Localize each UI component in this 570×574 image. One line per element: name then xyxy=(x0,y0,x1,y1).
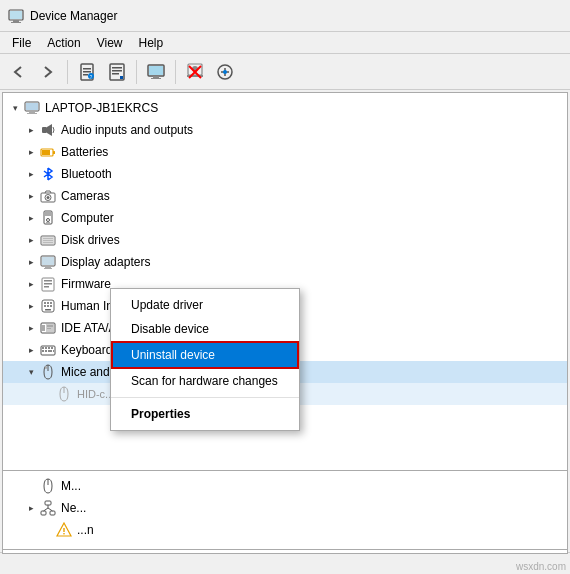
disk-icon xyxy=(39,231,57,249)
menu-help[interactable]: Help xyxy=(131,34,172,52)
svg-text:?: ? xyxy=(90,74,93,80)
status-bar xyxy=(0,552,570,574)
chevron-hid: ▸ xyxy=(23,298,39,314)
tree-label-firmware: Firmware xyxy=(61,277,111,291)
svg-rect-73 xyxy=(51,347,53,349)
ide-icon xyxy=(39,319,57,337)
scan-button[interactable] xyxy=(211,58,239,86)
menu-action[interactable]: Action xyxy=(39,34,88,52)
properties-button[interactable]: ? xyxy=(73,58,101,86)
chevron-keyboards: ▸ xyxy=(23,342,39,358)
chevron-bluetooth: ▸ xyxy=(23,166,39,182)
tree-item-root[interactable]: ▾ LAPTOP-JB1EKRCS xyxy=(3,97,567,119)
mouse2-icon xyxy=(39,477,57,495)
ctx-uninstall-device[interactable]: Uninstall device xyxy=(111,341,299,369)
toolbar: ? xyxy=(0,54,570,90)
tree-label-hid-device: HID-c... xyxy=(77,388,114,400)
back-button[interactable] xyxy=(4,58,32,86)
tree-item-display[interactable]: ▸ Display adapters xyxy=(3,251,567,273)
svg-rect-11 xyxy=(112,67,122,69)
svg-rect-84 xyxy=(50,511,55,515)
tree-item-bluetooth[interactable]: ▸ Bluetooth xyxy=(3,163,567,185)
svg-point-59 xyxy=(50,302,52,304)
properties-icon: ? xyxy=(77,62,97,82)
ctx-disable-device[interactable]: Disable device xyxy=(111,317,299,341)
ctx-separator xyxy=(111,397,299,398)
svg-rect-77 xyxy=(53,350,54,352)
ctx-properties[interactable]: Properties xyxy=(111,402,299,426)
mice-icon xyxy=(39,363,57,381)
tree-label-audio: Audio inputs and outputs xyxy=(61,123,193,137)
svg-rect-51 xyxy=(44,268,52,269)
svg-rect-83 xyxy=(41,511,46,515)
svg-rect-75 xyxy=(45,350,47,352)
title-bar-text: Device Manager xyxy=(30,9,117,23)
svg-line-87 xyxy=(48,508,53,511)
help-button[interactable] xyxy=(103,58,131,86)
svg-rect-67 xyxy=(47,325,53,327)
back-icon xyxy=(8,62,28,82)
tower-icon xyxy=(39,209,57,227)
tree-label-root: LAPTOP-JB1EKRCS xyxy=(45,101,158,115)
svg-rect-79 xyxy=(45,366,47,369)
tree-item-network-warn[interactable]: ...n xyxy=(3,519,567,541)
tree-item-cameras[interactable]: ▸ Cameras xyxy=(3,185,567,207)
svg-rect-35 xyxy=(42,150,50,155)
toolbar-separator-3 xyxy=(175,60,176,84)
ctx-scan-hardware[interactable]: Scan for hardware changes xyxy=(111,369,299,393)
menu-file[interactable]: File xyxy=(4,34,39,52)
monitor-button[interactable] xyxy=(142,58,170,86)
svg-rect-29 xyxy=(26,103,38,110)
chevron-root: ▾ xyxy=(7,100,23,116)
svg-rect-40 xyxy=(45,212,51,216)
tree-label-network-warn: ...n xyxy=(77,523,94,537)
tree-label-disk: Disk drives xyxy=(61,233,120,247)
computer-icon xyxy=(23,99,41,117)
chevron-ide: ▸ xyxy=(23,320,39,336)
svg-rect-14 xyxy=(120,76,123,79)
tree-label-display: Display adapters xyxy=(61,255,150,269)
svg-rect-49 xyxy=(42,257,54,265)
network-icon xyxy=(39,499,57,517)
chevron-cameras: ▸ xyxy=(23,188,39,204)
svg-rect-53 xyxy=(44,280,52,282)
svg-rect-55 xyxy=(44,286,49,288)
tree-label-batteries: Batteries xyxy=(61,145,108,159)
svg-rect-30 xyxy=(29,111,35,113)
firmware-icon xyxy=(39,275,57,293)
uninstall-button[interactable] xyxy=(181,58,209,86)
svg-rect-82 xyxy=(45,501,51,505)
tree-item-computer[interactable]: ▸ Computer xyxy=(3,207,567,229)
ctx-update-driver[interactable]: Update driver xyxy=(111,293,299,317)
svg-point-61 xyxy=(47,305,49,307)
svg-rect-7 xyxy=(83,74,88,76)
tree-item-disk[interactable]: ▸ Disk drives xyxy=(3,229,567,251)
bluetooth-icon xyxy=(39,165,57,183)
tree-item-batteries[interactable]: ▸ Batteries xyxy=(3,141,567,163)
svg-rect-65 xyxy=(42,325,45,331)
mouse-device-icon xyxy=(55,385,73,403)
tree-item-audio[interactable]: ▸ Audio inputs and outputs xyxy=(3,119,567,141)
tree-item-m2[interactable]: M... xyxy=(3,475,567,497)
svg-rect-17 xyxy=(153,76,159,78)
menu-view[interactable]: View xyxy=(89,34,131,52)
svg-point-60 xyxy=(44,305,46,307)
svg-rect-32 xyxy=(42,127,47,133)
forward-button[interactable] xyxy=(34,58,62,86)
uninstall-icon xyxy=(185,62,205,82)
svg-rect-31 xyxy=(27,113,37,114)
svg-rect-63 xyxy=(45,309,51,311)
main-area: ▾ LAPTOP-JB1EKRCS ▸ Audio xyxy=(0,90,570,552)
tree-item-network[interactable]: ▸ Ne... xyxy=(3,497,567,519)
svg-rect-16 xyxy=(149,66,163,75)
svg-rect-6 xyxy=(83,71,91,73)
svg-rect-34 xyxy=(53,151,55,154)
scan-icon xyxy=(215,62,235,82)
forward-icon xyxy=(38,62,58,82)
monitor-icon xyxy=(146,62,166,82)
svg-rect-18 xyxy=(151,78,161,79)
tree-label-computer: Computer xyxy=(61,211,114,225)
audio-icon xyxy=(39,121,57,139)
svg-point-38 xyxy=(47,196,50,199)
svg-rect-13 xyxy=(112,73,119,75)
